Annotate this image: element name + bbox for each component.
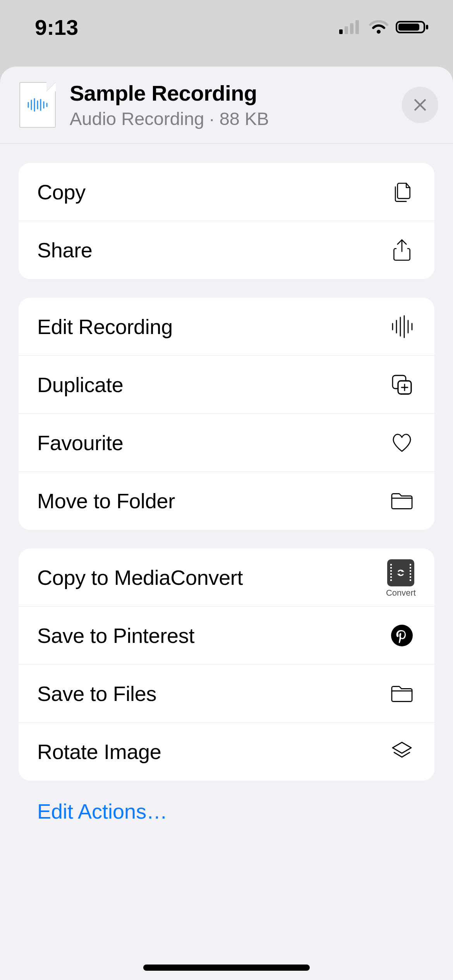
file-title: Sample Recording [70, 81, 402, 106]
copy-icon [388, 180, 416, 204]
heart-icon [388, 431, 416, 454]
status-right-icons [338, 15, 430, 40]
action-sheet: Sample Recording Audio Recording · 88 KB… [0, 67, 453, 980]
close-button[interactable] [402, 87, 438, 123]
file-subtitle: Audio Recording · 88 KB [70, 108, 402, 129]
svg-rect-7 [426, 25, 428, 29]
svg-rect-3 [355, 20, 359, 34]
row-label: Rotate Image [37, 740, 161, 764]
file-thumbnail [19, 82, 56, 128]
mediaconvert-app-icon: Convert [386, 557, 416, 598]
waveform-icon [388, 315, 416, 338]
row-label: Share [37, 238, 93, 262]
file-meta: Sample Recording Audio Recording · 88 KB [70, 81, 402, 129]
svg-rect-1 [345, 26, 348, 34]
wifi-icon [369, 15, 389, 40]
action-group-2: Edit Recording Duplicate [19, 298, 434, 530]
folder-icon [388, 489, 416, 512]
favourite-row[interactable]: Favourite [19, 414, 434, 472]
sheet-header: Sample Recording Audio Recording · 88 KB [0, 67, 453, 144]
action-group-3: Copy to MediaConvert Convert Save to Pin… [19, 548, 434, 781]
move-folder-row[interactable]: Move to Folder [19, 472, 434, 530]
pinterest-icon [388, 624, 416, 647]
copy-mediaconvert-row[interactable]: Copy to MediaConvert Convert [19, 548, 434, 607]
home-indicator[interactable] [143, 965, 310, 971]
row-label: Edit Recording [37, 315, 173, 339]
svg-rect-0 [339, 29, 343, 34]
save-pinterest-row[interactable]: Save to Pinterest [19, 607, 434, 665]
row-label: Move to Folder [37, 489, 175, 513]
row-label: Favourite [37, 431, 123, 455]
battery-icon [396, 15, 430, 40]
folder-icon [388, 682, 416, 705]
close-icon [412, 96, 429, 113]
row-label: Save to Files [37, 682, 156, 706]
share-row[interactable]: Share [19, 221, 434, 279]
copy-row[interactable]: Copy [19, 163, 434, 221]
waveform-icon [26, 98, 49, 112]
edit-recording-row[interactable]: Edit Recording [19, 298, 434, 356]
sheet-body: Copy Share [0, 144, 453, 839]
stack-icon [388, 740, 416, 763]
duplicate-row[interactable]: Duplicate [19, 356, 434, 414]
save-files-row[interactable]: Save to Files [19, 665, 434, 723]
status-bar: 9:13 [0, 0, 453, 54]
svg-rect-6 [398, 24, 419, 31]
rotate-image-row[interactable]: Rotate Image [19, 723, 434, 781]
action-group-1: Copy Share [19, 163, 434, 279]
status-time: 9:13 [35, 15, 78, 40]
svg-rect-2 [350, 23, 353, 34]
row-label: Duplicate [37, 373, 123, 397]
share-icon [388, 238, 416, 262]
duplicate-icon [388, 373, 416, 396]
row-label: Copy [37, 180, 86, 204]
svg-point-4 [377, 30, 381, 34]
mediaconvert-caption: Convert [386, 588, 416, 598]
cellular-icon [338, 15, 362, 40]
row-label: Save to Pinterest [37, 624, 194, 648]
edit-actions-link[interactable]: Edit Actions… [19, 799, 434, 823]
row-label: Copy to MediaConvert [37, 565, 243, 589]
svg-point-29 [391, 625, 413, 646]
